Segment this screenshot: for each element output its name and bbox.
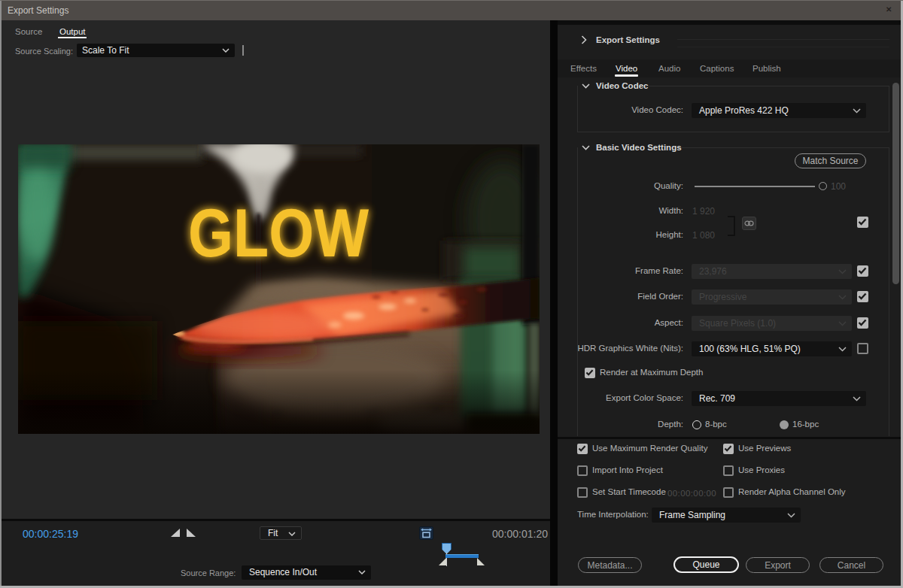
svg-text:GLOW: GLOW [188, 195, 369, 271]
